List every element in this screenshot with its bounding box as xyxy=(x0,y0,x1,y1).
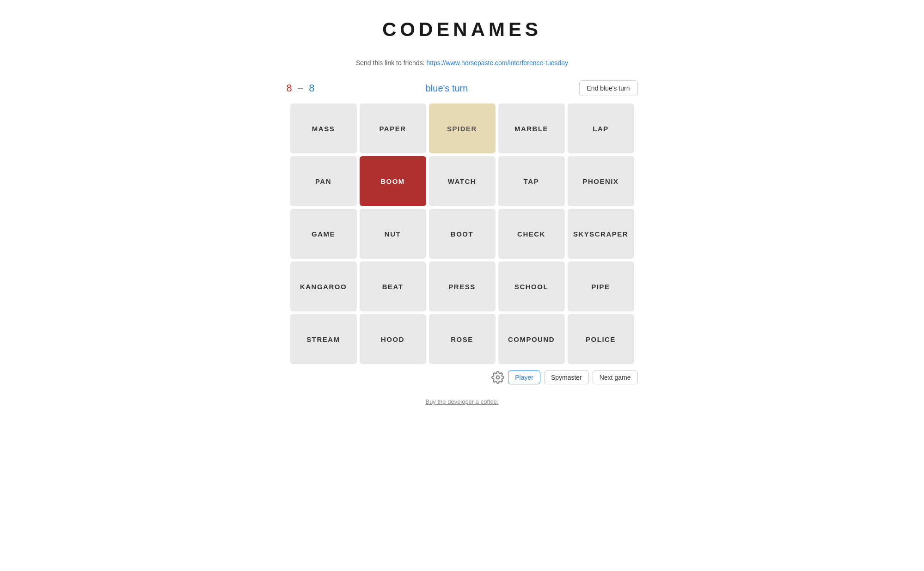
card-spider[interactable]: SPIDER xyxy=(429,103,496,153)
card-pan[interactable]: PAN xyxy=(290,156,357,206)
next-game-button[interactable]: Next game xyxy=(593,371,638,384)
card-phoenix[interactable]: PHOENIX xyxy=(568,156,634,206)
card-hood[interactable]: HOOD xyxy=(360,314,426,364)
dev-coffee-link[interactable]: Buy the developer a coffee. xyxy=(425,398,498,405)
bottom-bar: Player Spymaster Next game xyxy=(287,371,638,384)
card-school[interactable]: SCHOOL xyxy=(498,261,565,311)
card-kangaroo[interactable]: KANGAROO xyxy=(290,261,357,311)
card-game[interactable]: GAME xyxy=(290,209,357,259)
card-nut[interactable]: NUT xyxy=(360,209,426,259)
app-title: CODENAMES xyxy=(382,18,542,41)
turn-indicator: blue's turn xyxy=(426,83,468,94)
card-compound[interactable]: COMPOUND xyxy=(498,314,565,364)
svg-point-0 xyxy=(496,376,500,379)
card-beat[interactable]: BEAT xyxy=(360,261,426,311)
dev-link-container: Buy the developer a coffee. xyxy=(425,398,498,405)
player-view-button[interactable]: Player xyxy=(508,371,540,384)
card-pipe[interactable]: PIPE xyxy=(568,261,634,311)
spymaster-view-button[interactable]: Spymaster xyxy=(544,371,589,384)
card-boot[interactable]: BOOT xyxy=(429,209,496,259)
card-tap[interactable]: TAP xyxy=(498,156,565,206)
card-police[interactable]: POLICE xyxy=(568,314,634,364)
card-grid: MASSPAPERSPIDERMARBLELAPPANBOOMWATCHTAPP… xyxy=(290,103,634,364)
card-stream[interactable]: STREAM xyxy=(290,314,357,364)
score-display: 8 – 8 xyxy=(287,82,315,94)
score-red: 8 xyxy=(287,82,292,94)
score-dash: – xyxy=(298,82,303,94)
card-watch[interactable]: WATCH xyxy=(429,156,496,206)
game-header: 8 – 8 blue's turn End blue's turn xyxy=(287,80,638,96)
settings-icon[interactable] xyxy=(491,371,504,384)
share-link-url[interactable]: https://www.horsepaste.com/interference-… xyxy=(426,59,568,67)
card-lap[interactable]: LAP xyxy=(568,103,634,153)
card-mass[interactable]: MASS xyxy=(290,103,357,153)
card-skyscraper[interactable]: SKYSCRAPER xyxy=(568,209,634,259)
card-paper[interactable]: PAPER xyxy=(360,103,426,153)
card-marble[interactable]: MARBLE xyxy=(498,103,565,153)
card-boom[interactable]: BOOM xyxy=(360,156,426,206)
end-turn-button[interactable]: End blue's turn xyxy=(579,80,638,96)
score-blue: 8 xyxy=(309,82,314,94)
card-rose[interactable]: ROSE xyxy=(429,314,496,364)
share-link-label: Send this link to friends: xyxy=(356,59,425,67)
card-check[interactable]: CHECK xyxy=(498,209,565,259)
card-press[interactable]: PRESS xyxy=(429,261,496,311)
share-link-container: Send this link to friends: https://www.h… xyxy=(356,59,568,67)
